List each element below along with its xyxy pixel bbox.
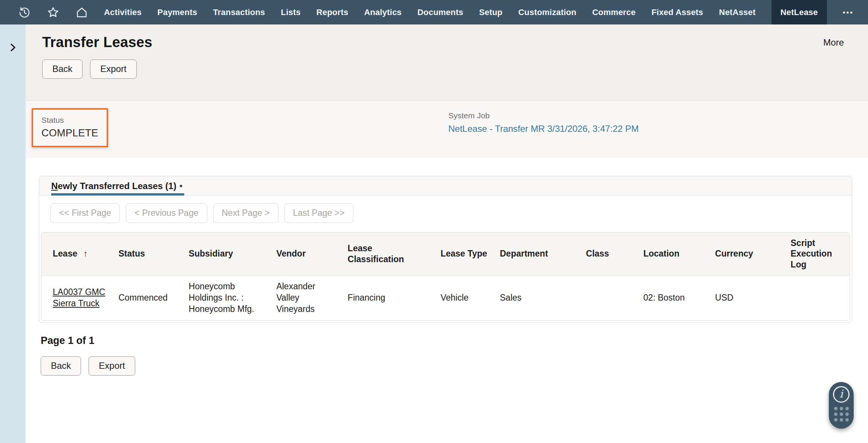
history-icon[interactable] [18, 6, 31, 19]
lease-record-link[interactable]: LA0037 GMC Sierra Truck [53, 287, 105, 308]
cell-lease: LA0037 GMC Sierra Truck [41, 276, 113, 320]
next-page-button[interactable]: Next Page > [213, 203, 278, 223]
nav-item-analytics[interactable]: Analytics [364, 0, 402, 24]
column-header-lease-classification: Lease Classification [342, 232, 436, 276]
cell-vendor: Alexander Valley Vineyards [271, 276, 342, 320]
results-section: Newly Transferred Leases (1) • << First … [26, 158, 868, 376]
cell-subsidiary: Honeycomb Holdings Inc. : Honeycomb Mfg. [183, 276, 271, 320]
cell-location: 02: Boston [638, 276, 710, 320]
tab-label: Newly Transferred Leases (1) [51, 181, 176, 191]
tab-strip: Newly Transferred Leases (1) • [39, 176, 852, 196]
favorites-star-icon[interactable] [47, 6, 60, 19]
last-page-button[interactable]: Last Page >> [284, 203, 353, 223]
export-button[interactable]: Export [90, 60, 136, 79]
collapsed-sidebar [0, 24, 26, 443]
top-navbar: Activities Payments Transactions Lists R… [0, 0, 868, 24]
nav-item-setup[interactable]: Setup [479, 0, 503, 24]
tab-newly-transferred-leases[interactable]: Newly Transferred Leases (1) • [51, 176, 184, 196]
page-header: Transfer Leases More Back Export [26, 24, 868, 101]
title-row: Transfer Leases More [42, 34, 844, 50]
transferred-leases-table: Lease↑ Status Subsidiary Vendor Lease Cl… [41, 232, 850, 321]
table-row: LA0037 GMC Sierra Truck Commenced Honeyc… [41, 276, 850, 320]
nav-item-activities[interactable]: Activities [104, 0, 142, 24]
cell-lease-type: Vehicle [435, 276, 494, 320]
system-job-field: System Job NetLease - Transfer MR 3/31/2… [448, 111, 639, 134]
help-feedback-widget[interactable]: i [829, 382, 854, 429]
first-page-button[interactable]: << First Page [50, 203, 120, 223]
nav-item-lists[interactable]: Lists [281, 0, 301, 24]
column-header-lease-label: Lease [53, 249, 77, 258]
status-value: COMPLETE [41, 127, 98, 139]
footer-back-button[interactable]: Back [41, 356, 81, 376]
home-icon[interactable] [75, 6, 88, 19]
nav-item-customization[interactable]: Customization [518, 0, 576, 24]
expand-sidebar-chevron-icon[interactable] [6, 41, 19, 54]
page-title: Transfer Leases [42, 34, 152, 50]
dot-grid-icon [834, 407, 849, 422]
nav-item-reports[interactable]: Reports [316, 0, 348, 24]
cell-lease-classification: Financing [342, 276, 436, 320]
column-header-location: Location [638, 232, 710, 276]
column-header-department: Department [495, 232, 581, 276]
nav-item-netasset[interactable]: NetAsset [719, 0, 756, 24]
cell-currency: USD [710, 276, 785, 320]
table-header-row: Lease↑ Status Subsidiary Vendor Lease Cl… [41, 232, 850, 276]
header-toolbar: Back Export [42, 60, 844, 79]
column-header-class: Class [581, 232, 638, 276]
cell-status: Commenced [113, 276, 183, 320]
status-highlight-box: Status COMPLETE [32, 108, 108, 147]
more-button[interactable]: More [823, 37, 844, 48]
column-header-lease[interactable]: Lease↑ [41, 232, 113, 276]
footer-export-button[interactable]: Export [89, 356, 135, 376]
cell-script-execution-log [785, 276, 850, 320]
back-button[interactable]: Back [42, 60, 83, 79]
column-header-status: Status [113, 232, 183, 276]
nav-item-transactions[interactable]: Transactions [213, 0, 265, 24]
nav-more-ellipsis-icon[interactable]: ••• [843, 0, 854, 24]
nav-item-fixed-assets[interactable]: Fixed Assets [651, 0, 703, 24]
column-header-lease-type: Lease Type [435, 232, 494, 276]
system-job-label: System Job [448, 111, 639, 120]
nav-item-commerce[interactable]: Commerce [592, 0, 636, 24]
nav-item-documents[interactable]: Documents [417, 0, 463, 24]
cell-department: Sales [495, 276, 581, 320]
column-header-currency: Currency [710, 232, 785, 276]
results-tab-panel: Newly Transferred Leases (1) • << First … [39, 176, 852, 323]
system-job-link[interactable]: NetLease - Transfer MR 3/31/2026, 3:47:2… [448, 124, 639, 134]
tab-indicator-dot: • [179, 181, 182, 191]
footer-toolbar: Back Export [41, 356, 868, 376]
main-content: Transfer Leases More Back Export Status … [26, 24, 868, 443]
status-section: Status COMPLETE System Job NetLease - Tr… [26, 101, 868, 158]
nav-item-payments[interactable]: Payments [157, 0, 197, 24]
sort-ascending-icon: ↑ [83, 249, 88, 258]
status-label: Status [41, 116, 98, 125]
nav-item-netlease-active[interactable]: NetLease [772, 0, 827, 24]
pagination-controls: << First Page < Previous Page Next Page … [50, 203, 852, 223]
page-body: Transfer Leases More Back Export Status … [0, 24, 868, 443]
column-header-subsidiary: Subsidiary [183, 232, 271, 276]
column-header-script-execution-log: Script Execution Log [785, 232, 850, 276]
info-icon: i [833, 386, 850, 403]
cell-class [581, 276, 638, 320]
page-indicator: Page 1 of 1 [41, 335, 868, 347]
previous-page-button[interactable]: < Previous Page [126, 203, 207, 223]
column-header-vendor: Vendor [271, 232, 342, 276]
